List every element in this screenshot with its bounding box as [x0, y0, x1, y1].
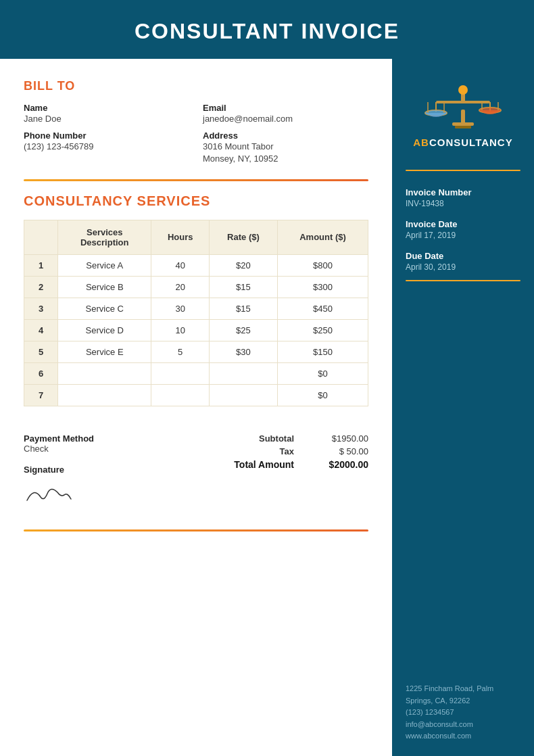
address-line1: 3016 Mount Tabor — [203, 141, 368, 153]
footer-email: info@abconsult.com — [406, 719, 520, 731]
main-content: BILL TO Name Jane Doe Email janedoe@noem… — [0, 59, 534, 756]
services-section: CONSULTANCY SERVICES ServicesDescription… — [24, 193, 368, 406]
row-description: Service C — [58, 298, 151, 319]
col-desc-header: ServicesDescription — [58, 220, 151, 254]
email-value: janedoe@noemail.com — [203, 113, 368, 125]
row-description: Service E — [58, 341, 151, 362]
row-description — [58, 384, 151, 406]
row-number: 7 — [24, 384, 58, 406]
row-description: Service B — [58, 276, 151, 298]
total-label: Total Amount — [226, 459, 294, 470]
bill-to-section: BILL TO Name Jane Doe Email janedoe@noem… — [24, 79, 368, 166]
row-hours: 5 — [151, 341, 209, 362]
row-hours: 40 — [151, 254, 209, 276]
invoice-due-label: Due Date — [406, 251, 520, 261]
footer-address: 1225 Fincham Road, Palm Springs, CA, 922… — [406, 683, 520, 707]
row-description: Service D — [58, 319, 151, 341]
row-amount: $250 — [278, 319, 368, 341]
row-hours — [151, 384, 209, 406]
payment-method-label: Payment Method — [24, 433, 220, 444]
table-row: 5Service E5$30$150 — [24, 341, 368, 362]
subtotal-row: Subtotal $1950.00 — [220, 433, 368, 444]
tax-label: Tax — [226, 446, 294, 456]
phone-label: Phone Number — [24, 131, 189, 141]
col-rate-header: Rate ($) — [209, 220, 277, 254]
right-divider-2 — [406, 280, 520, 281]
footer-website: www.abconsult.com — [406, 730, 520, 742]
invoice-date-label: Invoice Date — [406, 219, 520, 229]
invoice-number-label: Invoice Number — [406, 187, 520, 197]
table-row: 6$0 — [24, 362, 368, 384]
row-amount: $300 — [278, 276, 368, 298]
table-row: 4Service D10$25$250 — [24, 319, 368, 341]
table-row: 3Service C30$15$450 — [24, 298, 368, 319]
invoice-due-block: Due Date April 30, 2019 — [406, 243, 520, 272]
totals-section: Subtotal $1950.00 Tax $ 50.00 Total Amou… — [220, 433, 368, 473]
col-hours-header: Hours — [151, 220, 209, 254]
row-hours — [151, 362, 209, 384]
invoice-due-value: April 30, 2019 — [406, 262, 520, 272]
signature-svg — [24, 480, 78, 507]
invoice-number-value: INV-19438 — [406, 199, 520, 208]
row-hours: 30 — [151, 298, 209, 319]
total-row: Total Amount $2000.00 — [220, 459, 368, 470]
table-row: 7$0 — [24, 384, 368, 406]
row-amount: $0 — [278, 384, 368, 406]
logo-text: ABCONSULTANCY — [413, 137, 512, 148]
signature-image — [24, 479, 220, 509]
name-field: Name Jane Doe — [24, 103, 189, 125]
row-number: 4 — [24, 319, 58, 341]
row-amount: $0 — [278, 362, 368, 384]
services-table: ServicesDescription Hours Rate ($) Amoun… — [24, 220, 368, 406]
svg-rect-2 — [455, 126, 471, 128]
row-rate — [209, 362, 277, 384]
email-field: Email janedoe@noemail.com — [203, 103, 368, 125]
row-rate: $25 — [209, 319, 277, 341]
row-number: 6 — [24, 362, 58, 384]
payment-section: Payment Method Check Signature Subtotal … — [24, 433, 368, 509]
row-rate: $20 — [209, 254, 277, 276]
logo-area: ABCONSULTANCY — [406, 72, 520, 148]
logo-consultancy: CONSULTANCY — [429, 137, 513, 148]
row-amount: $450 — [278, 298, 368, 319]
row-number: 5 — [24, 341, 58, 362]
address-label: Address — [203, 131, 368, 141]
subtotal-label: Subtotal — [226, 433, 294, 444]
phone-field: Phone Number (123) 123-456789 — [24, 131, 189, 165]
tax-row: Tax $ 50.00 — [220, 446, 368, 456]
row-rate: $30 — [209, 341, 277, 362]
tax-value: $ 50.00 — [314, 446, 368, 456]
phone-value: (123) 123-456789 — [24, 141, 189, 153]
invoice-date-block: Invoice Date April 17, 2019 — [406, 211, 520, 240]
services-title: CONSULTANCY SERVICES — [24, 193, 368, 209]
col-num-header — [24, 220, 58, 254]
row-rate — [209, 384, 277, 406]
invoice-number-block: Invoice Number INV-19438 — [406, 179, 520, 208]
table-row: 1Service A40$20$800 — [24, 254, 368, 276]
divider-1 — [24, 179, 368, 181]
row-number: 3 — [24, 298, 58, 319]
bill-to-title: BILL TO — [24, 79, 368, 93]
payment-method-value: Check — [24, 444, 220, 454]
row-number: 2 — [24, 276, 58, 298]
page-header: CONSULTANT INVOICE — [0, 0, 534, 59]
footer-area: 1225 Fincham Road, Palm Springs, CA, 922… — [406, 642, 520, 742]
page-title: CONSULTANT INVOICE — [14, 19, 520, 44]
left-panel: BILL TO Name Jane Doe Email janedoe@noem… — [0, 59, 392, 756]
svg-point-11 — [479, 108, 501, 113]
right-panel: ABCONSULTANCY Invoice Number INV-19438 I… — [392, 59, 534, 756]
row-hours: 10 — [151, 319, 209, 341]
row-amount: $800 — [278, 254, 368, 276]
footer-phone: (123) 1234567 — [406, 707, 520, 719]
table-row: 2Service B20$15$300 — [24, 276, 368, 298]
signature-label: Signature — [24, 465, 220, 475]
svg-rect-1 — [452, 122, 474, 126]
svg-rect-0 — [461, 110, 465, 124]
right-divider-1 — [406, 170, 520, 171]
total-value: $2000.00 — [314, 459, 368, 470]
logo-icon — [422, 72, 504, 133]
col-amount-header: Amount ($) — [278, 220, 368, 254]
payment-left: Payment Method Check Signature — [24, 433, 220, 509]
subtotal-value: $1950.00 — [314, 433, 368, 444]
invoice-date-value: April 17, 2019 — [406, 231, 520, 240]
